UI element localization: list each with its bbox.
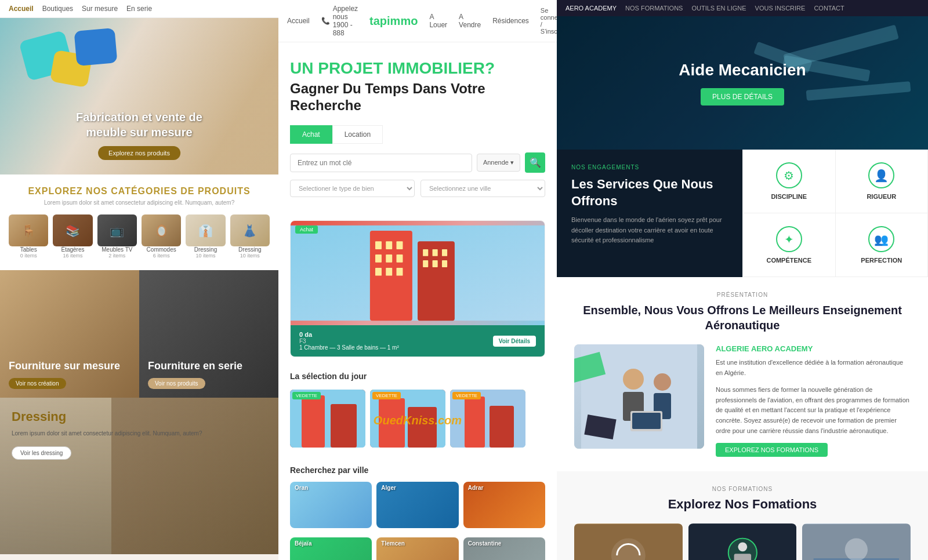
formation-card-2[interactable] (688, 523, 797, 560)
col2-nav-accueil[interactable]: Accueil (287, 17, 310, 25)
city-bejaia[interactable]: Béjaïa (290, 537, 372, 560)
svg-point-30 (654, 373, 671, 391)
svg-rect-39 (734, 554, 751, 560)
real-estate-website: Accueil 📞 Appelez nous 1900 - 888 tapimm… (278, 0, 557, 560)
selection-title: La sélection du jour (290, 372, 545, 381)
city-oran[interactable]: Oran (290, 482, 372, 528)
rigueur-label: RIGUEUR (867, 193, 896, 200)
prop-card-2[interactable]: VEDETTE (370, 390, 445, 451)
city-tlemcen[interactable]: Tlemcen (376, 537, 458, 560)
presentation-right: ALGERIE AERO ACADEMY Est une institution… (716, 344, 911, 457)
banner-sur-mesure: Fourniture sur mesure Voir nos création (0, 270, 139, 398)
city-constantine[interactable]: Constantine (463, 537, 545, 560)
category-commodes[interactable]: 🪞 Commodes 6 items (142, 214, 181, 259)
dressing-button[interactable]: Voir les dressing (12, 446, 71, 460)
cat-count-tv: 2 items (97, 253, 137, 259)
aero-academy-website: AERO ACADEMY NOS FORMATIONS OUTILS EN LI… (557, 0, 928, 560)
col2-logo: tapimmo (369, 14, 418, 27)
pillow-blue (74, 28, 118, 66)
formation-card-1[interactable] (574, 523, 683, 560)
hero-details-button[interactable]: PLUS DE DÉTAILS (701, 88, 784, 106)
city-label-bejaia: Béjaïa (295, 540, 311, 547)
services-right-grid: ⚙ DISCIPLINE 👤 RIGUEUR ✦ COMPÉTENCE 👥 PE… (742, 150, 928, 277)
property-details-button[interactable]: Voir Détails (493, 336, 536, 347)
hero-title: Fabrication et vente de meuble sur mesur… (58, 110, 220, 140)
svg-rect-8 (375, 268, 382, 276)
col3-nav-contact[interactable]: CONTACT (814, 5, 844, 12)
col1-nav-en-serie[interactable]: En serie (126, 5, 152, 13)
col2-nav-phone: 📞 Appelez nous 1900 - 888 (321, 5, 358, 37)
tab-achat[interactable]: Achat (290, 125, 332, 144)
prop-card-3[interactable]: VEDETTE (450, 390, 525, 451)
city-label-adrar: Adrar (468, 485, 484, 491)
col2-search-bar: Annende ▾ 🔍 (290, 152, 545, 173)
col2-search-tabs: Achat Location (290, 125, 545, 144)
svg-rect-20 (331, 404, 357, 448)
svg-rect-25 (465, 397, 485, 448)
banner-right-button[interactable]: Voir nos produits (148, 378, 205, 389)
perfection-icon: 👥 (868, 226, 894, 252)
property-image: Achat (291, 221, 545, 325)
filter-type[interactable]: Selectioner le type de bien (290, 180, 415, 197)
category-tables[interactable]: 🪑 Tables 0 items (9, 214, 48, 259)
tv-icon: 📺 (110, 224, 124, 238)
svg-point-38 (738, 543, 747, 552)
city-adrar[interactable]: Adrar (463, 482, 545, 528)
services-left-panel: NOS ENGAGEMENTS Les Services Que Nous Of… (557, 150, 742, 277)
categories-section: EXPLOREZ NOS CATÉGORIES DE PRODUITS Lore… (0, 174, 278, 270)
category-etageres[interactable]: 📚 Étagères 16 items (53, 214, 92, 259)
formation-card-3[interactable] (802, 523, 911, 560)
cat-count-commodes: 6 items (142, 253, 181, 259)
col2-hero-headline2: Gagner Du Temps Dans Votre Recherche (290, 81, 545, 114)
svg-rect-5 (375, 254, 382, 263)
category-dressing1[interactable]: 👔 Dressing 10 items (186, 214, 225, 259)
banner-left-button[interactable]: Voir nos création (9, 378, 66, 389)
city-alger[interactable]: Alger (376, 482, 458, 528)
cat-count-tables: 0 items (9, 253, 48, 259)
svg-rect-12 (423, 249, 428, 256)
hero-title: Aide Mecanicien (679, 61, 806, 79)
col3-nav-formations[interactable]: NOS FORMATIONS (625, 5, 683, 12)
formations-title: Explorez Nos Fomations (574, 497, 911, 512)
cat-label-tv: Meubles TV (97, 246, 137, 253)
services-text: Bienvenue dans le monde de l'aérien soye… (571, 215, 728, 246)
col2-signin-link[interactable]: Se connecter / S'inscrire (541, 7, 557, 35)
col3-nav-outils[interactable]: OUTILS EN LIGNE (691, 5, 746, 12)
search-button[interactable]: 🔍 (525, 152, 545, 173)
svg-rect-13 (433, 249, 438, 256)
search-input[interactable] (290, 154, 472, 172)
cat-img-tv: 📺 (97, 214, 137, 246)
svg-point-28 (623, 369, 644, 390)
col2-nav-avendre[interactable]: A Vendre (459, 13, 481, 29)
formations-grid (574, 523, 911, 560)
col1-nav-accueil[interactable]: Accueil (9, 5, 34, 13)
cat-count-etageres: 16 items (53, 253, 92, 259)
col1-nav-boutiques[interactable]: Boutiques (42, 5, 73, 13)
svg-rect-6 (386, 254, 392, 263)
explorez-formations-button[interactable]: EXPLOREZ NOS FORMATIONS (716, 443, 828, 457)
cat-img-etageres: 📚 (53, 214, 92, 246)
category-dressing2[interactable]: 👗 Dressing 10 items (230, 214, 270, 259)
banner-left-title: Fourniture sur mesure (9, 360, 120, 373)
svg-rect-23 (408, 407, 437, 448)
selection-grid: VEDETTE VEDETTE (290, 390, 545, 451)
cat-count-dressing2: 10 items (230, 253, 270, 259)
svg-rect-16 (433, 260, 438, 267)
hero-explore-button[interactable]: Explorez nos produits (98, 146, 180, 160)
search-dropdown[interactable]: Annende ▾ (477, 154, 520, 172)
presentation-content: ALGERIE AERO ACADEMY Est une institution… (574, 344, 911, 457)
col2-nav-residences[interactable]: Résidences (492, 17, 529, 25)
filter-ville[interactable]: Selectionnez une ville (420, 180, 545, 197)
prop-card-1[interactable]: VEDETTE (290, 390, 365, 451)
tab-location[interactable]: Location (332, 125, 383, 144)
col3-nav-inscrire[interactable]: VOUS INSCRIRE (755, 5, 806, 12)
furniture-website: Accueil Boutiques Sur mesure En serie Fa… (0, 0, 278, 560)
dressing1-icon: 👔 (198, 224, 213, 238)
col1-nav-sur-mesure[interactable]: Sur mesure (82, 5, 118, 13)
col3-nav-academy[interactable]: AERO ACADEMY (566, 5, 617, 12)
col2-nav-alouer[interactable]: A Louer (429, 13, 447, 29)
city-label-oran: Oran (295, 485, 308, 491)
category-meubles-tv[interactable]: 📺 Meubles TV 2 items (97, 214, 137, 259)
property-building-svg (291, 221, 545, 325)
badge-featured-3: VEDETTE (452, 392, 481, 399)
